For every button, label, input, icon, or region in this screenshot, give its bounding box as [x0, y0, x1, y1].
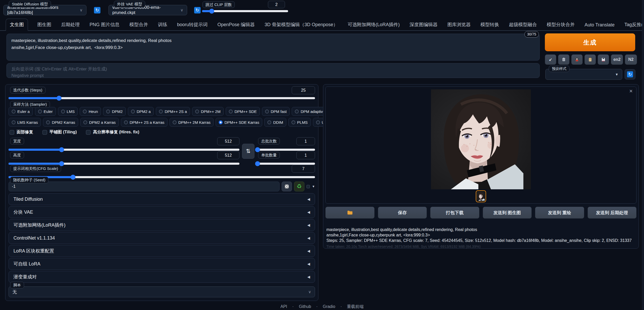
accordion-lora-block-weight[interactable]: LoRA 区块权重配置◀ [9, 245, 315, 257]
accordion-controlnet[interactable]: ControlNet v1.1.134◀ [9, 232, 315, 244]
sampler-option[interactable]: PLMS [288, 118, 311, 127]
clip-skip-slider[interactable] [202, 10, 288, 12]
sampler-option[interactable]: DPM2 a [128, 107, 154, 116]
sampler-option[interactable]: DPM adaptive [292, 107, 328, 116]
sampler-option[interactable]: LMS [58, 107, 78, 116]
close-icon[interactable]: × [629, 88, 633, 95]
generated-image[interactable] [430, 89, 531, 189]
seed-input[interactable]: -1 [9, 182, 280, 191]
clip-skip-value[interactable]: 2 [268, 1, 285, 8]
sampler-option[interactable]: DDIM [264, 118, 286, 127]
prompt-input[interactable]: masterpiece, illustration,best quality,d… [6, 34, 540, 61]
script-label: 脚本 [10, 282, 24, 289]
tab-additional-networks[interactable]: 可选附加网络(LoRA插件) [347, 19, 400, 30]
generate-button[interactable]: 生成 [545, 33, 635, 51]
tab-train[interactable]: 训练 [157, 19, 168, 30]
tab-depth-editor[interactable]: 深度图编辑器 [409, 19, 438, 30]
apply-styles-button[interactable] [584, 54, 596, 65]
refresh-sd-model-button[interactable]: ↻ [94, 7, 101, 14]
steps-slider[interactable] [9, 97, 315, 99]
tab-img2img[interactable]: 图生图 [37, 19, 52, 30]
paste-button[interactable]: ↙ [545, 54, 556, 65]
negative-prompt-input[interactable]: 反向提示词 (按 Ctrl+Enter 或 Alt+Enter 开始生成)Neg… [6, 63, 540, 78]
tab-extras[interactable]: 后期处理 [61, 19, 80, 30]
zip-download-button[interactable]: 打包下载 [430, 207, 479, 219]
width-slider[interactable] [9, 149, 239, 151]
translate-en2-button[interactable]: en2 [611, 54, 623, 65]
sampler-option[interactable]: Heun [80, 107, 101, 116]
refresh-vae-button[interactable]: ↻ [194, 7, 201, 14]
sampler-option[interactable]: DPM++ 2S a Karras [121, 118, 167, 127]
footer-link-github[interactable]: Github [299, 304, 311, 309]
tab-openpose-editor[interactable]: OpenPose 编辑器 [217, 19, 255, 30]
save-button[interactable]: 保存 [378, 207, 427, 219]
tiling-checkbox[interactable]: 平铺图 (Tiling) [42, 129, 77, 135]
tab-model-converter[interactable]: 模型转换 [480, 19, 500, 30]
scrollbar[interactable] [642, 0, 644, 310]
sampler-option[interactable]: DPM++ SDE [226, 107, 260, 116]
slider-handle[interactable] [59, 147, 64, 152]
sampler-option[interactable]: DPM2 [103, 107, 126, 116]
sampler-option[interactable]: DPM2 a Karras [80, 118, 119, 127]
slider-handle[interactable] [70, 175, 75, 180]
sampler-option[interactable]: Euler a [9, 107, 33, 116]
translate-n2-button[interactable]: N2 [625, 54, 637, 65]
accordion-composable-lora[interactable]: 可自组 LoRA◀ [9, 258, 315, 270]
clear-prompt-button[interactable] [558, 54, 569, 65]
accordion-additional-networks[interactable]: 可选附加网络(LoRA插件)◀ [9, 219, 315, 231]
batch-size-value[interactable]: 1 [296, 151, 315, 159]
tab-checkpoint-merger[interactable]: 模型合并 [129, 19, 149, 30]
gallery-thumbnail[interactable] [476, 190, 486, 202]
sampler-option[interactable]: DPM2 Karras [43, 118, 78, 127]
tab-model-block-merge[interactable]: 模型分块合并 [546, 19, 575, 30]
tab-booru-tags[interactable]: booru转提示词 [177, 19, 208, 30]
tab-image-browser[interactable]: 图库浏览器 [447, 19, 471, 30]
random-seed-button[interactable] [282, 182, 292, 191]
sampler-option[interactable]: DPM fast [262, 107, 290, 116]
extra-seed-checkbox[interactable] [306, 185, 310, 188]
footer-link-gradio[interactable]: Gradio [323, 304, 335, 309]
reuse-seed-button[interactable]: ♻ [294, 182, 304, 191]
slider-handle[interactable] [255, 147, 260, 152]
tab-auto-translate[interactable]: Auto Translate [584, 20, 615, 30]
tab-png-info[interactable]: PNG 图片信息 [89, 19, 120, 30]
sampler-option[interactable]: Euler [35, 107, 56, 116]
accordion-latent-couple[interactable]: 潜变量成对◀ [9, 271, 315, 283]
slider-handle[interactable] [209, 9, 214, 14]
open-folder-button[interactable] [325, 207, 375, 219]
tab-3d-openpose[interactable]: 3D 骨架模型编辑（3D Openpose） [264, 19, 338, 30]
save-style-button[interactable] [598, 54, 609, 65]
sampler-option[interactable]: LMS Karras [9, 118, 41, 127]
batch-count-value[interactable]: 1 [296, 137, 315, 145]
accordion-tiled-diffusion[interactable]: Tiled Diffusion◀ [9, 193, 315, 205]
width-value[interactable]: 512 [217, 137, 239, 145]
send-to-img2img-button[interactable]: 发送到 图生图 [483, 207, 532, 219]
steps-value[interactable]: 25 [292, 86, 315, 94]
slider-handle[interactable] [57, 96, 62, 101]
tab-tagger[interactable]: Tag反推(Tagger) [624, 19, 644, 30]
extra-networks-button[interactable] [571, 54, 583, 65]
footer-link-reload[interactable]: 重载前端 [347, 304, 363, 309]
swap-dimensions-button[interactable]: ⇅ [242, 144, 254, 159]
refresh-styles-button[interactable]: ↻ [625, 69, 635, 80]
sampler-option[interactable]: DPM++ 2S a [156, 107, 190, 116]
script-dropdown[interactable]: 无 ∨ [9, 286, 315, 297]
sampler-option[interactable]: DPM++ 2M Karras [170, 118, 214, 127]
tab-txt2img[interactable]: 文生图 [6, 19, 28, 31]
batch-size-slider[interactable] [257, 163, 315, 165]
cfg-value[interactable]: 7 [292, 165, 315, 173]
footer-link-api[interactable]: API [281, 304, 287, 309]
cfg-slider[interactable] [9, 176, 315, 178]
seed-extra-arrow-icon[interactable]: ▼ [312, 185, 315, 188]
tab-super-merger[interactable]: 超级模型融合 [508, 19, 537, 30]
height-value[interactable]: 512 [217, 151, 239, 159]
restore-faces-checkbox[interactable]: 面部修复 [10, 129, 33, 135]
send-to-extras-button[interactable]: 发送到 后期处理 [588, 207, 637, 219]
send-to-inpaint-button[interactable]: 发送到 重绘 [535, 207, 584, 219]
sampler-option-selected[interactable]: DPM++ SDE Karras [216, 118, 262, 127]
accordion-tiled-vae[interactable]: 分块 VAE◀ [9, 206, 315, 218]
height-slider[interactable] [9, 163, 239, 165]
hires-fix-checkbox[interactable]: 高分辨率修复 (Hires. fix) [86, 129, 139, 135]
sampler-option[interactable]: DPM++ 2M [192, 107, 224, 116]
batch-count-slider[interactable] [257, 149, 315, 151]
